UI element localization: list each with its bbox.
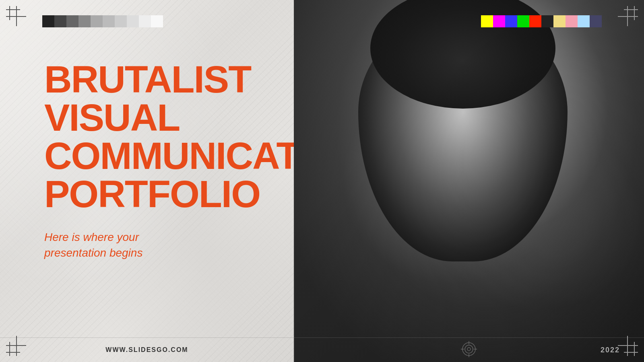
subtitle-line-1: Here is where your xyxy=(44,229,278,245)
color-swatch xyxy=(493,15,505,27)
svg-point-1 xyxy=(465,345,473,353)
left-panel: BRUTALIST VISUAL COMMUNICATIONS PORTFOLI… xyxy=(0,0,294,362)
color-swatch xyxy=(517,15,529,27)
title-line-1: BRUTALIST VISUAL xyxy=(44,60,278,137)
website-text: WWW.SLIDESGO.COM xyxy=(105,346,188,354)
corner-tr-decoration xyxy=(606,6,638,38)
grayscale-swatch xyxy=(151,15,163,27)
grayscale-swatch xyxy=(127,15,139,27)
grayscale-swatch xyxy=(54,15,66,27)
main-content: BRUTALIST VISUAL COMMUNICATIONS PORTFOLI… xyxy=(44,60,278,261)
right-panel: 2022 xyxy=(294,0,644,362)
color-swatch xyxy=(505,15,517,27)
grayscale-swatch xyxy=(115,15,127,27)
color-bar xyxy=(481,15,602,27)
color-swatch xyxy=(529,15,541,27)
grayscale-swatch xyxy=(139,15,151,27)
svg-point-0 xyxy=(462,343,475,356)
grayscale-swatch xyxy=(42,15,54,27)
bottom-bar-right: 2022 xyxy=(294,338,644,362)
color-swatch xyxy=(541,15,553,27)
panel-divider xyxy=(294,0,295,362)
year-text: 2022 xyxy=(601,346,620,354)
grayscale-swatch xyxy=(66,15,78,27)
subtitle: Here is where your presentation begins xyxy=(44,229,278,261)
slide: BRUTALIST VISUAL COMMUNICATIONS PORTFOLI… xyxy=(0,0,644,362)
corner-tl-decoration xyxy=(6,6,38,38)
color-swatch xyxy=(578,15,590,27)
color-swatch xyxy=(553,15,566,27)
title-line-3: PORTFOLIO xyxy=(44,175,278,213)
color-swatch xyxy=(481,15,493,27)
grayscale-swatch xyxy=(103,15,115,27)
grayscale-swatch xyxy=(91,15,103,27)
color-swatch xyxy=(590,15,602,27)
right-bottom-divider xyxy=(294,337,644,338)
target-icon xyxy=(461,341,477,359)
subtitle-line-2: presentation begins xyxy=(44,245,278,261)
title-line-2: COMMUNICATIONS xyxy=(44,137,278,175)
color-swatch xyxy=(566,15,578,27)
portrait-overlay xyxy=(294,0,644,362)
grayscale-color-bar xyxy=(42,15,163,27)
svg-point-2 xyxy=(467,348,471,351)
main-title: BRUTALIST VISUAL COMMUNICATIONS PORTFOLI… xyxy=(44,60,278,213)
bottom-bar-left: WWW.SLIDESGO.COM xyxy=(0,338,294,362)
grayscale-swatch xyxy=(78,15,91,27)
